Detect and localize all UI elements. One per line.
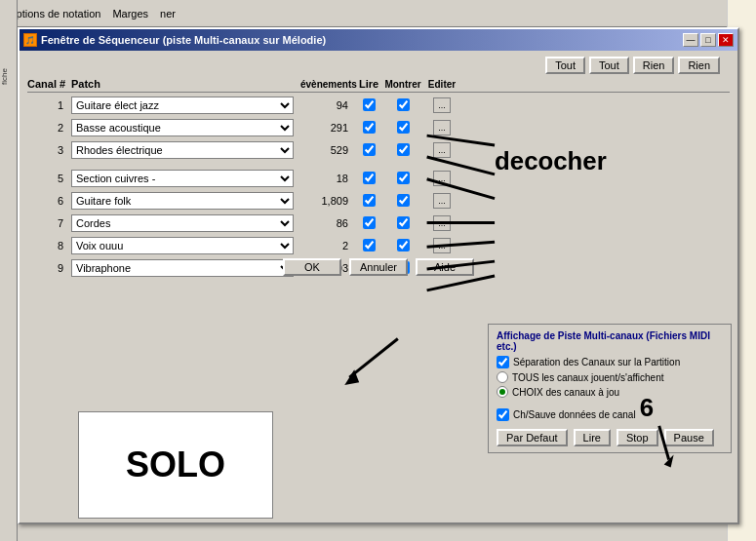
save-checkbox[interactable] xyxy=(497,408,509,421)
montrer-cell xyxy=(383,172,422,186)
edit-button[interactable]: ... xyxy=(433,171,451,186)
save-row: Ch/Sauve données de canal xyxy=(497,408,723,421)
column-headers: Canal # Patch évènements Lire Montrer Ed… xyxy=(27,76,730,93)
lire-cell xyxy=(354,98,383,113)
left-sidebar: fiche xyxy=(0,0,18,541)
canal-number: 3 xyxy=(27,144,71,156)
save-label: Ch/Sauve données de canal xyxy=(513,409,636,420)
edit-button[interactable]: ... xyxy=(433,193,451,209)
separation-label: Séparation des Canaux sur la Partition xyxy=(513,357,680,367)
pause-button[interactable]: Pause xyxy=(664,429,714,446)
montrer-checkbox[interactable] xyxy=(397,98,410,111)
events-count: 291 xyxy=(300,122,354,134)
montrer-checkbox[interactable] xyxy=(397,216,410,229)
patch-cell: Guitare folk xyxy=(71,192,300,210)
track-list: 1 Guitare élect jazz 94 ... 2 Basse acou… xyxy=(27,95,730,279)
col-header-events: évènements xyxy=(300,79,354,90)
menu-item-marges[interactable]: Marges xyxy=(112,8,148,19)
stop-button[interactable]: Stop xyxy=(617,429,658,446)
annuler-button[interactable]: Annuler xyxy=(349,258,408,276)
edit-button[interactable]: ... xyxy=(433,238,451,253)
rien-button-1[interactable]: Rien xyxy=(633,57,675,74)
tous-radio[interactable] xyxy=(497,371,508,383)
rien-button-2[interactable]: Rien xyxy=(678,57,720,74)
aide-button[interactable]: Aide xyxy=(416,258,474,276)
editer-cell: ... xyxy=(422,215,461,231)
table-row: 6 Guitare folk 1,809 ... xyxy=(27,190,730,212)
separation-checkbox[interactable] xyxy=(497,356,509,368)
montrer-checkbox[interactable] xyxy=(397,121,410,134)
lire-cell xyxy=(354,239,383,253)
montrer-checkbox[interactable] xyxy=(397,239,410,251)
montrer-checkbox[interactable] xyxy=(397,172,410,184)
lire-checkbox[interactable] xyxy=(363,121,376,134)
window-content: Tout Tout Rien Rien Canal # Patch évènem… xyxy=(20,51,737,286)
panel-option-2: TOUS les canaux jouent/s'affichent xyxy=(497,371,723,383)
lire-cell xyxy=(354,121,383,135)
editer-cell: ... xyxy=(422,142,461,158)
svg-marker-12 xyxy=(664,455,674,468)
events-count: 1,809 xyxy=(300,195,354,207)
title-bar: 🎵 Fenêtre de Séquenceur (piste Multi-can… xyxy=(20,29,737,51)
patch-select[interactable]: Guitare élect jazz xyxy=(71,97,294,114)
lire-cell xyxy=(354,194,383,209)
table-row: 5 Section cuivres - 18 ... xyxy=(27,168,730,189)
lire-checkbox[interactable] xyxy=(363,98,376,111)
montrer-cell xyxy=(383,239,422,253)
edit-button[interactable]: ... xyxy=(433,215,451,231)
col-header-lire: Lire xyxy=(354,78,383,90)
lire-button[interactable]: Lire xyxy=(574,429,611,446)
table-row: 7 Cordes 86 ... xyxy=(27,213,730,234)
events-count: 2 xyxy=(300,240,354,251)
edit-button[interactable]: ... xyxy=(433,97,451,113)
canal-number: 6 xyxy=(27,195,71,207)
col-header-montrer: Montrer xyxy=(383,79,422,90)
montrer-checkbox[interactable] xyxy=(397,194,410,207)
lire-cell xyxy=(354,216,383,231)
lire-checkbox[interactable] xyxy=(363,216,376,229)
canal-number: 2 xyxy=(27,122,71,134)
par-defaut-button[interactable]: Par Defaut xyxy=(497,429,568,446)
table-row: 8 Voix ouuu 2 ... xyxy=(27,235,730,256)
panel-option-3: CHOIX des canaux à jou xyxy=(497,386,723,398)
choix-label: CHOIX des canaux à jou xyxy=(512,387,619,398)
events-count: 86 xyxy=(300,217,354,229)
lire-checkbox[interactable] xyxy=(363,194,376,207)
choix-radio[interactable] xyxy=(497,386,508,398)
right-panel-title: Affichage de Piste Multi-canaux (Fichier… xyxy=(497,330,723,352)
top-button-row: Tout Tout Rien Rien xyxy=(27,57,730,74)
lire-checkbox[interactable] xyxy=(363,143,376,156)
patch-select[interactable]: Basse acoustique xyxy=(71,119,294,136)
left-labels: fiche xyxy=(0,68,18,104)
canal-number: 7 xyxy=(27,217,71,229)
right-panel: Affichage de Piste Multi-canaux (Fichier… xyxy=(488,324,732,453)
montrer-checkbox[interactable] xyxy=(397,143,410,156)
canal-number: 1 xyxy=(27,99,71,111)
menu-item-ner[interactable]: ner xyxy=(160,8,176,19)
svg-line-7 xyxy=(349,338,398,377)
tout-button-1[interactable]: Tout xyxy=(545,57,585,74)
restore-button[interactable]: □ xyxy=(700,33,716,47)
events-count: 18 xyxy=(300,173,354,184)
patch-cell: Section cuivres - xyxy=(71,170,300,187)
lire-checkbox[interactable] xyxy=(363,172,376,184)
patch-select[interactable]: Guitare folk xyxy=(71,192,294,210)
patch-select[interactable]: Section cuivres - xyxy=(71,170,294,187)
ok-button-row: OK Annuler Aide xyxy=(20,258,737,276)
patch-select[interactable]: Voix ouuu xyxy=(71,237,294,254)
solo-box: SOLO xyxy=(78,411,273,519)
lire-cell xyxy=(354,143,383,158)
ok-button[interactable]: OK xyxy=(283,258,341,276)
patch-select[interactable]: Cordes xyxy=(71,214,294,232)
tout-button-2[interactable]: Tout xyxy=(589,57,629,74)
edit-button[interactable]: ... xyxy=(433,142,451,158)
menu-item-options[interactable]: Options de notation xyxy=(8,8,100,19)
patch-select[interactable]: Rhodes électrique xyxy=(71,141,294,159)
lire-checkbox[interactable] xyxy=(363,239,376,251)
close-button[interactable]: ✕ xyxy=(718,33,734,47)
patch-cell: Cordes xyxy=(71,214,300,232)
patch-cell: Rhodes électrique xyxy=(71,141,300,159)
montrer-cell xyxy=(383,98,422,113)
edit-button[interactable]: ... xyxy=(433,120,451,135)
minimize-button[interactable]: — xyxy=(683,33,698,47)
